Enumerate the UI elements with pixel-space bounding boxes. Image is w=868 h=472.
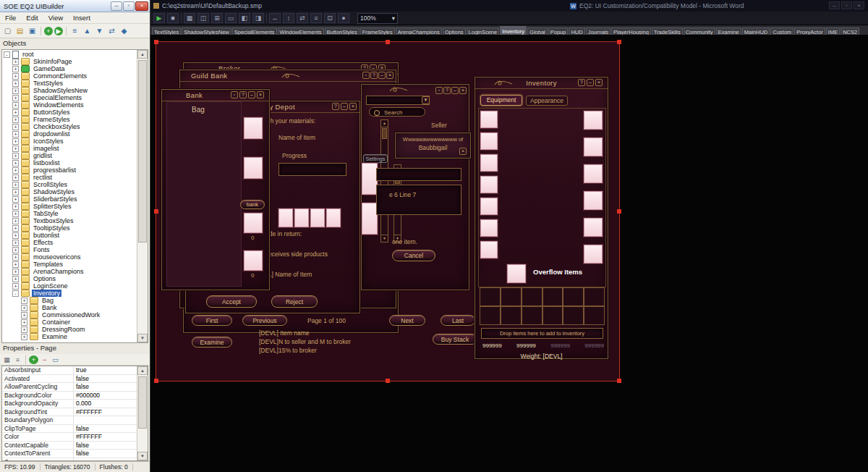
tree-expander-icon[interactable]: + [21, 326, 27, 333]
bag-slot[interactable] [563, 306, 584, 325]
property-value[interactable]: 0.000 [74, 400, 137, 408]
equipment-slot[interactable] [480, 198, 498, 215]
tree-item[interactable]: + CheckboxStyles [11, 123, 137, 130]
property-value[interactable] [74, 458, 137, 461]
tree-expander-icon[interactable]: + [12, 247, 19, 253]
tree-item[interactable]: + Container [20, 319, 137, 326]
guild-bank-titlebar[interactable]: Guild Bank ▫ ? – × [180, 70, 396, 82]
tree-item[interactable]: + SpecialElements [11, 94, 137, 101]
builder-close-button[interactable]: × [135, 1, 148, 11]
bag-slot[interactable] [522, 287, 542, 306]
guild-bank-minimize-icon[interactable]: – [378, 72, 386, 79]
bank-close-icon[interactable]: × [257, 91, 264, 98]
bag-slot[interactable] [542, 287, 563, 306]
equipment-slot[interactable] [584, 245, 603, 264]
tree-item[interactable]: - Inventory [11, 290, 137, 297]
bag-slot[interactable] [501, 287, 522, 306]
last-page-button[interactable]: Last [441, 315, 475, 326]
play-icon[interactable]: ▶ [153, 13, 165, 23]
inventory-help-icon[interactable]: ? [578, 79, 585, 86]
tree-expander-icon[interactable]: + [21, 334, 27, 340]
equipment-slot[interactable] [584, 218, 603, 237]
bank-slot[interactable] [244, 250, 263, 271]
run-icon[interactable]: ▶ [54, 27, 63, 35]
add-property-icon[interactable]: + [29, 355, 38, 364]
menu-item[interactable]: Edit [21, 14, 43, 22]
tree-expander-icon[interactable]: + [12, 254, 19, 261]
property-row[interactable]: ContextToParent false [2, 450, 137, 458]
equipment-slot[interactable] [480, 132, 498, 150]
tree-expander-icon[interactable]: + [12, 189, 19, 195]
property-row[interactable]: BackgroundTint #FFFFFF [2, 408, 137, 417]
new-file-icon[interactable]: ▢ [2, 26, 13, 36]
tree-expander-icon[interactable]: + [12, 211, 19, 217]
tree-item[interactable]: - root [2, 51, 137, 58]
bank-slot[interactable] [244, 157, 263, 179]
bank-minimize-icon[interactable]: – [248, 91, 255, 98]
tree-expander-icon[interactable]: + [12, 269, 19, 275]
resize-handle-ne[interactable] [617, 40, 621, 44]
equipment-slot[interactable] [584, 191, 603, 210]
scroll-down-icon[interactable]: ▼ [137, 452, 148, 460]
tree-expander-icon[interactable]: + [12, 80, 19, 87]
bank-slot[interactable] [244, 117, 263, 139]
align-left-icon[interactable]: ◧ [239, 13, 250, 23]
bag-slot[interactable] [563, 287, 584, 306]
scroll-up-icon[interactable]: ▲ [137, 50, 148, 59]
scroll-up-icon[interactable]: ▲ [137, 366, 148, 375]
editor-titlebar[interactable]: C:\eq2stream\UI\DefaultBackup.smp W EQ2:… [150, 0, 868, 12]
scroll-down-icon[interactable]: ▼ [381, 235, 388, 242]
tree-item[interactable]: + rectlist [11, 174, 137, 181]
list-icon[interactable]: ≡ [310, 13, 322, 23]
bag-slot[interactable] [480, 306, 501, 325]
tree-expander-icon[interactable]: + [12, 276, 19, 282]
tree-item[interactable]: + Examine [20, 333, 137, 340]
seller-close-icon[interactable]: × [459, 87, 467, 94]
tree-expander-icon[interactable]: + [12, 232, 19, 239]
tree-expander-icon[interactable]: + [12, 240, 19, 246]
inventory-window[interactable]: Inventory ? – × Equipment Appearance [475, 77, 608, 359]
property-row[interactable]: BackgroundColor #000000 [2, 392, 137, 400]
equipment-slot[interactable] [480, 154, 498, 172]
guild-bank-close-icon[interactable]: × [386, 72, 393, 79]
tree-item[interactable]: + TextStyles [11, 80, 137, 87]
tab-appearance[interactable]: Appearance [526, 96, 568, 106]
item-name-box[interactable] [376, 168, 461, 181]
overflow-slot[interactable] [507, 264, 526, 283]
sort-icon[interactable]: ≡ [13, 355, 22, 364]
tree-expander-icon[interactable]: + [12, 203, 19, 210]
sell-slot[interactable] [362, 163, 378, 195]
cancel-button[interactable]: Cancel [392, 250, 435, 261]
popup-close-icon[interactable]: × [459, 148, 467, 155]
property-row[interactable]: BoundaryPolygon [2, 416, 137, 425]
tree-item[interactable]: + gridlist [11, 152, 137, 159]
inventory-close-icon[interactable]: × [595, 79, 603, 86]
tree-scroll-thumb[interactable] [138, 60, 147, 243]
tree-expander-icon[interactable]: + [12, 131, 19, 138]
menu-item[interactable]: View [43, 14, 68, 22]
tree-expander-icon[interactable]: + [12, 225, 19, 232]
return-slot[interactable] [326, 208, 341, 227]
equipment-slot[interactable] [584, 138, 603, 156]
stop-icon[interactable]: ■ [167, 13, 179, 23]
zoom-select[interactable]: 100% ▾ [357, 13, 398, 24]
tree-item[interactable]: + mouseovericons [11, 253, 137, 261]
tree-scrollbar[interactable]: ▲ ▼ [137, 50, 148, 342]
dropdown-arrow-icon[interactable]: ▾ [422, 96, 430, 104]
scroll-thumb[interactable] [382, 128, 387, 139]
return-slot[interactable] [310, 208, 325, 227]
tree-item[interactable]: + ShadowStyles [11, 188, 137, 195]
equipment-slot[interactable] [584, 164, 603, 183]
grid-icon[interactable]: ▦ [184, 13, 195, 23]
bank-window[interactable]: Bank ▫ ? – × Bag bank 0 0 [161, 89, 270, 290]
tree-item[interactable]: + IconStyles [11, 138, 137, 145]
properties-scrollbar[interactable]: ▲ ▼ [137, 366, 148, 460]
tree-item[interactable]: + Templates [11, 261, 137, 268]
bag-slot[interactable] [542, 306, 563, 325]
filter-dropdown[interactable]: ▾ [366, 96, 430, 105]
move-up-icon[interactable]: ▲ [82, 26, 93, 36]
tree-item[interactable]: + DressingRoom [20, 326, 137, 333]
bag-slot[interactable] [522, 306, 542, 325]
bank-slot[interactable] [244, 213, 263, 233]
align-icon[interactable]: ◆ [119, 26, 129, 36]
